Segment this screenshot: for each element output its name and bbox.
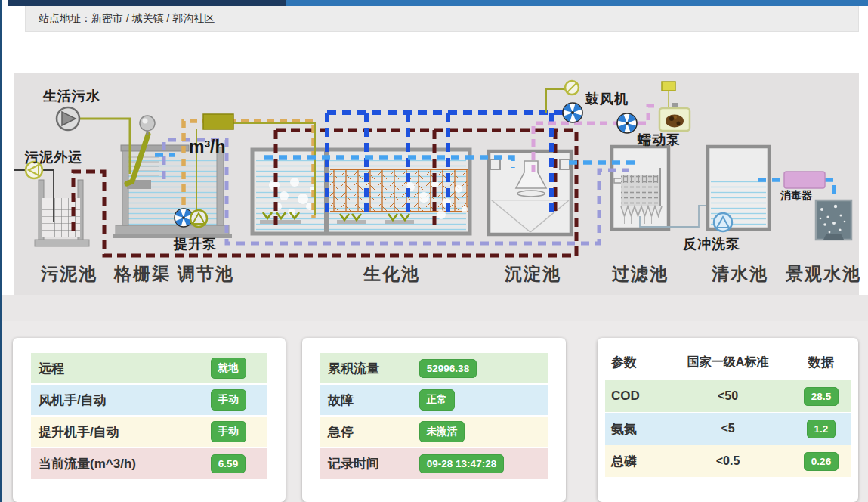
table-row: 当前流量(m^3/h) 6.59 (31, 448, 267, 479)
row-label: 提升机手/自动 (39, 423, 119, 441)
blower-connector-pipe (546, 89, 565, 113)
pool-label-regulating: 调节池 (178, 262, 234, 286)
disinfector-box (784, 172, 825, 188)
row-label: 累积流量 (328, 360, 419, 377)
param-standard: <5 (664, 422, 792, 435)
label-blower: 鼓风机 (585, 90, 629, 108)
label-inlet: 生活污水 (43, 87, 100, 105)
param-name: 氨氮 (605, 420, 664, 438)
column-header: 国家一级A标准 (664, 355, 792, 370)
sedimentation-tank (489, 151, 571, 234)
scada-dashboard: 站点地址：新密市 / 城关镇 / 郭沟社区 (0, 0, 868, 502)
table-row: 风机手/自动 手动 (31, 385, 267, 415)
table-row: 远程 就地 (31, 353, 267, 383)
label-disinfector: 消毒器 (780, 189, 812, 203)
flow-unit-label: m³/h (189, 137, 226, 157)
table-row: 故障 正常 (320, 385, 548, 415)
dosing-container-icon (659, 82, 690, 131)
column-header: 数据 (792, 354, 851, 371)
current-flow-badge: 6.59 (211, 454, 246, 473)
pool-label-sedimentation: 沉淀池 (505, 262, 561, 286)
lift-pump-icon (190, 210, 207, 227)
row-label: 风机手/自动 (39, 392, 107, 409)
pool-label-landscape: 景观水池 (786, 262, 861, 286)
quality-header-row: 参数 国家一级A标准 数据 (605, 349, 851, 376)
fault-status-badge: 正常 (419, 389, 455, 411)
backwash-pump-icon (714, 213, 732, 231)
status-panel-card: 累积流量 52996.38 故障 正常 急停 未激活 记录时间 09-28 13… (302, 338, 566, 502)
table-row: 累积流量 52996.38 (320, 353, 548, 383)
label-lift-pump: 提升泵 (174, 235, 217, 253)
param-name: 总磷 (605, 453, 664, 470)
fan-mode-badge: 手动 (211, 389, 246, 411)
top-accent-bar (8, 0, 868, 6)
blower-valve-icon (565, 81, 579, 95)
pool-label-bio: 生化池 (363, 262, 420, 286)
param-standard: <50 (664, 389, 792, 403)
bio-tank (252, 150, 470, 234)
breadcrumb: 站点地址：新密市 / 城关镇 / 郭沟社区 (25, 6, 859, 32)
landscape-tank (816, 200, 851, 240)
accent-segment-dark (8, 0, 286, 6)
table-row: 氨氮 <5 1.2 (605, 413, 851, 445)
table-row: 急停 未激活 (320, 417, 548, 447)
table-row: COD <50 28.5 (605, 380, 851, 412)
band-mid (2, 295, 868, 321)
row-label: 当前流量(m^3/h) (39, 455, 136, 473)
filter-tank (612, 147, 715, 229)
param-name: COD (605, 389, 664, 404)
site-address-label: 站点地址：新密市 / 城关镇 / 郭沟社区 (39, 12, 215, 24)
pool-label-sludge: 污泥池 (41, 262, 97, 286)
pool-label-grid: 格栅渠 (114, 262, 171, 286)
process-flow-diagram: 生活污水 污泥外运 提升泵 m³/h 鼓风机 蠕动泵 消毒器 反冲洗泵 污泥池 … (14, 73, 859, 295)
label-backwash-pump: 反冲洗泵 (683, 235, 740, 253)
param-standard: <0.5 (664, 454, 792, 468)
row-label: 急停 (328, 423, 419, 441)
accent-segment-blue (286, 0, 868, 6)
dosing-fan-icon (617, 113, 637, 133)
table-row: 总磷 <0.5 0.26 (605, 445, 851, 477)
lift-mode-badge: 手动 (211, 421, 246, 442)
table-row: 提升机手/自动 手动 (31, 417, 267, 447)
table-row: 记录时间 09-28 13:47:28 (320, 448, 548, 479)
estop-status-badge: 未激活 (419, 421, 465, 442)
tp-value-badge: 0.26 (804, 452, 839, 471)
column-header: 参数 (605, 354, 664, 371)
blower-fan-icon (563, 103, 582, 122)
sludge-tank (35, 180, 89, 246)
control-panel-card: 远程 就地 风机手/自动 手动 提升机手/自动 手动 当前流量(m^3/h) 6… (13, 338, 286, 502)
pool-label-clearwater: 清水池 (712, 262, 768, 286)
nh3n-value-badge: 1.2 (807, 420, 836, 438)
quality-panel-card: 参数 国家一级A标准 数据 COD <50 28.5 氨氮 <5 1.2 总磷 … (598, 338, 858, 502)
pool-label-filter: 过滤池 (612, 262, 669, 286)
row-label: 记录时间 (328, 455, 419, 473)
total-flow-badge: 52996.38 (419, 359, 477, 378)
record-time-badge: 09-28 13:47:28 (419, 454, 504, 473)
label-sludge-out: 污泥外运 (25, 148, 82, 166)
inlet-pump-icon (57, 107, 79, 130)
flowmeter-icon (203, 114, 233, 129)
cod-value-badge: 28.5 (804, 387, 839, 406)
label-peristaltic-pump: 蠕动泵 (638, 131, 681, 149)
row-label: 远程 (39, 360, 64, 377)
row-label: 故障 (328, 392, 419, 409)
remote-mode-badge: 就地 (211, 358, 246, 379)
